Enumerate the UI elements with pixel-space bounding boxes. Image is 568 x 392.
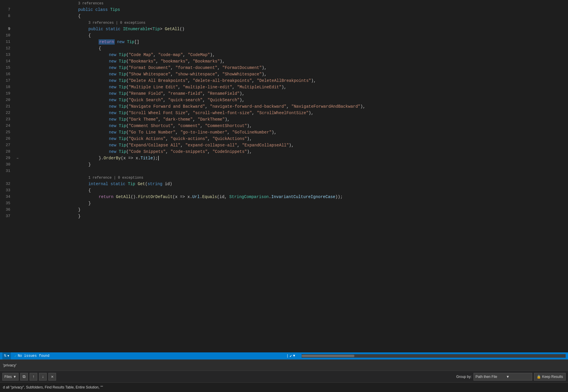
checkmark-icon: ✔ (290, 354, 292, 358)
zoom-level[interactable]: % ▼ (2, 352, 11, 359)
lock-icon: 🔒 (537, 375, 541, 379)
group-by-chevron: ▼ (506, 375, 510, 379)
next-result-button[interactable]: ↓ (39, 373, 47, 381)
scope-dropdown[interactable]: Files ▼ (2, 373, 18, 381)
clear-icon: ✕ (51, 374, 53, 379)
status-bar: % ▼ ✓ No issues found | ✔ ▼ (0, 352, 568, 359)
prev-result-button[interactable]: ↑ (30, 373, 37, 381)
find-panel-search-term: 'privacy' (3, 363, 16, 367)
find-status: d all "privacy", Subfolders, Find Result… (0, 383, 568, 392)
code-editor[interactable]: 3 references 7 public class Tips 8 { 3 r… (0, 0, 568, 352)
group-by-label: Group by: (456, 375, 472, 379)
copy-button[interactable]: ⧉ (20, 373, 28, 381)
keep-results-label: Keep Results (542, 375, 563, 379)
find-panel-header: 'privacy' (0, 360, 568, 371)
prev-icon: ↑ (32, 374, 35, 379)
dropdown-icon: ▼ (7, 354, 9, 358)
dropdown-chevron: ▼ (13, 375, 16, 379)
code-lines: 3 references 7 public class Tips 8 { 3 r… (0, 0, 568, 219)
find-status-text: d all "privacy", Subfolders, Find Result… (3, 385, 103, 389)
dropdown-arrow: ▼ (293, 354, 295, 358)
next-icon: ↓ (42, 374, 44, 379)
table-row: 30 } (0, 161, 568, 168)
clear-button[interactable]: ✕ (48, 373, 56, 381)
group-by-dropdown[interactable]: Path then File ▼ (474, 373, 532, 381)
scroll-controls: | ✔ ▼ (286, 354, 295, 358)
horizontal-scrollbar[interactable] (302, 354, 566, 358)
keep-results-button[interactable]: 🔒 Keep Results (534, 373, 566, 381)
no-issues-status: ✓ No issues found (14, 354, 49, 358)
copy-icon: ⧉ (23, 374, 26, 379)
find-panel: 'privacy' Files ▼ ⧉ ↑ ↓ ✕ Group by: Path… (0, 359, 568, 392)
scope-label: Files (4, 375, 12, 379)
table-row: 37 } (0, 213, 568, 219)
group-by-value: Path then File (476, 375, 497, 379)
find-toolbar: Files ▼ ⧉ ↑ ↓ ✕ Group by: Path then File… (0, 371, 568, 383)
check-icon: ✓ (14, 354, 16, 358)
